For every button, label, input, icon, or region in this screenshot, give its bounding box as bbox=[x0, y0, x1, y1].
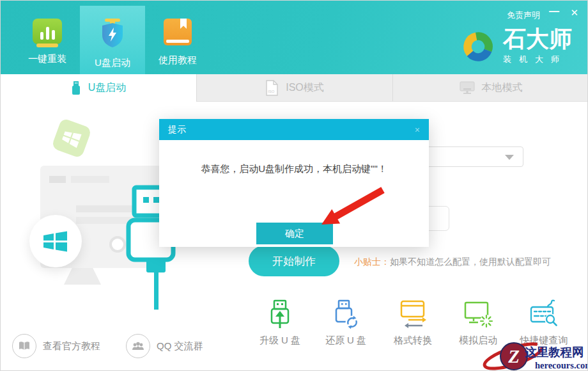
app-window: 一键重装 U盘启动 使用教程 bbox=[0, 0, 588, 371]
tab-label: 本地模式 bbox=[482, 81, 523, 95]
dialog-ok-button[interactable]: 确定 bbox=[256, 223, 333, 244]
start-make-button[interactable]: 开始制作 bbox=[249, 246, 339, 276]
tab-label: ISO模式 bbox=[286, 81, 324, 95]
watermark-domain: herecours.com bbox=[535, 360, 588, 370]
hotkey-search-icon bbox=[529, 299, 559, 329]
iso-file-icon: ISO bbox=[265, 80, 279, 96]
feature-label: 升级 U 盘 bbox=[245, 335, 315, 347]
dialog-message: 恭喜您，启动U盘制作成功，本机启动键""！ bbox=[159, 163, 429, 175]
link-label: QQ 交流群 bbox=[157, 340, 203, 352]
success-dialog: 提示 × 恭喜您，启动U盘制作成功，本机启动键""！ 确定 bbox=[159, 119, 429, 247]
dialog-title: 提示 bbox=[168, 124, 186, 136]
tip-label: 小贴士： bbox=[354, 257, 390, 267]
feature-restore-usb[interactable]: 还原 U 盘 bbox=[311, 299, 381, 347]
dialog-titlebar: 提示 × bbox=[159, 119, 429, 140]
simulate-boot-icon bbox=[463, 299, 493, 329]
main-nav: 一键重装 U盘启动 使用教程 bbox=[15, 6, 210, 74]
minimize-button[interactable]: — bbox=[549, 6, 559, 17]
disclaimer-link[interactable]: 免责声明 bbox=[507, 10, 540, 21]
windows-circle-badge bbox=[29, 215, 82, 267]
watermark-title: 这里教程网 bbox=[524, 345, 584, 359]
windows-flag-icon bbox=[43, 228, 68, 254]
reinstall-icon bbox=[33, 19, 62, 44]
nav-label: U盘启动 bbox=[95, 57, 130, 69]
tab-local-mode[interactable]: 本地模式 bbox=[393, 74, 588, 102]
feature-upgrade-usb[interactable]: 升级 U 盘 bbox=[245, 299, 315, 347]
tab-label: U盘启动 bbox=[88, 81, 127, 95]
qq-group-link[interactable]: QQ 交流群 bbox=[126, 334, 203, 358]
tab-iso-mode[interactable]: ISO ISO模式 bbox=[197, 74, 393, 102]
watermark-letter: Z bbox=[507, 346, 520, 367]
feature-label: 还原 U 盘 bbox=[311, 335, 381, 347]
book-icon bbox=[164, 19, 192, 45]
windows-tile-icon bbox=[51, 118, 92, 159]
shield-lightning-icon bbox=[98, 19, 127, 48]
official-tutorial-link[interactable]: 查看官方教程 bbox=[12, 334, 100, 358]
format-convert-icon bbox=[398, 299, 428, 329]
usb-drive-icon bbox=[71, 81, 81, 95]
nav-label: 一键重装 bbox=[28, 53, 66, 65]
tab-usb-boot[interactable]: U盘启动 bbox=[1, 74, 197, 102]
tip-text: 小贴士：如果不知道怎么配置，使用默认配置即可 bbox=[354, 257, 551, 268]
chevron-down-icon bbox=[505, 155, 514, 160]
nav-item-usb-boot[interactable]: U盘启动 bbox=[80, 6, 145, 74]
iso-badge: ISO bbox=[268, 90, 275, 93]
feature-format-convert[interactable]: 格式转换 bbox=[378, 299, 448, 347]
tutorial-book-icon bbox=[12, 334, 36, 358]
feature-label: 格式转换 bbox=[378, 335, 448, 347]
brand-name: 石大师 bbox=[503, 28, 572, 51]
dialog-close-icon[interactable]: × bbox=[415, 125, 420, 135]
brand-subtitle: 装机大师 bbox=[503, 54, 572, 65]
usb-restore-icon bbox=[330, 299, 361, 329]
nav-label: 使用教程 bbox=[159, 54, 197, 67]
brand-swirl-icon bbox=[460, 28, 497, 65]
link-label: 查看官方教程 bbox=[43, 340, 100, 352]
usb-upgrade-icon bbox=[265, 299, 295, 329]
monitor-icon bbox=[460, 81, 475, 95]
header: 一键重装 U盘启动 使用教程 bbox=[1, 1, 588, 74]
close-button[interactable]: ✕ bbox=[570, 7, 578, 19]
monitor-stand-illustration bbox=[64, 268, 101, 285]
site-watermark: Z 这里教程网 herecours.com bbox=[481, 332, 588, 371]
mode-tabs: U盘启动 ISO ISO模式 本地模式 bbox=[1, 74, 588, 102]
brand-logo: 石大师 装机大师 bbox=[460, 28, 572, 65]
nav-item-tutorial[interactable]: 使用教程 bbox=[145, 6, 210, 74]
qq-group-people-icon bbox=[126, 334, 150, 358]
nav-item-reinstall[interactable]: 一键重装 bbox=[15, 6, 80, 74]
